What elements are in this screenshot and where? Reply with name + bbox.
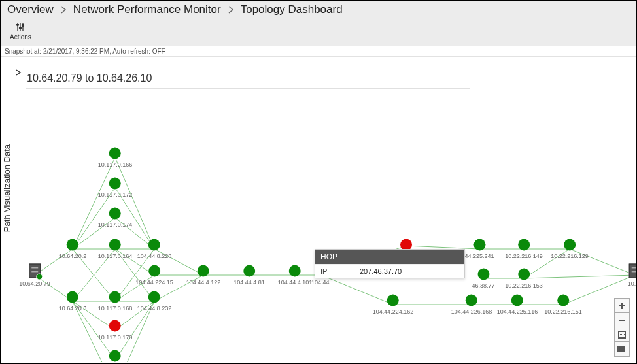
hop-label: 104.44.224.15 <box>135 279 173 286</box>
hop-node[interactable]: 104.44.225.116 <box>497 295 538 315</box>
list-view-button[interactable] <box>615 342 629 356</box>
hop-node[interactable]: 10.22.216.153 <box>505 269 543 289</box>
hop-label: 10.117.0.164 <box>98 253 133 259</box>
status-dot-icon <box>67 239 78 251</box>
status-dot-icon <box>109 320 121 332</box>
status-dot-icon <box>518 239 530 251</box>
sliders-icon <box>15 22 26 33</box>
status-dot-icon <box>289 265 301 277</box>
hop-label: 10.117.0.170 <box>98 334 133 340</box>
breadcrumb-item-topology[interactable]: Topology Dashboard <box>241 3 343 16</box>
snapshot-timestamp: 2/21/2017, 9:36:22 PM <box>43 48 109 55</box>
hop-label: 10.22.216.151 <box>544 308 582 315</box>
hop-label: 10.22.216.149 <box>505 253 543 259</box>
tooltip-value: 207.46.37.70 <box>360 267 402 275</box>
svg-point-3 <box>17 24 19 26</box>
hop-node[interactable]: 46.38.77 <box>472 269 494 289</box>
svg-point-4 <box>20 27 22 29</box>
snapshot-bar: Snapshot at: 2/21/2017, 9:36:22 PM, Auto… <box>1 46 636 57</box>
svg-point-59 <box>618 350 619 352</box>
hop-label: 104.44.8.228 <box>137 253 172 259</box>
status-dot-icon <box>557 295 569 306</box>
hop-label: 10.64.20.2 <box>59 253 87 259</box>
hop-label: 10.117.0.168 <box>98 305 133 312</box>
hop-node[interactable]: 10.22.216.151 <box>544 295 582 315</box>
tooltip-row-ip: IP 207.46.37.70 <box>315 264 464 278</box>
hop-node[interactable]: 104.44.4.81 <box>233 265 265 286</box>
hop-label: 10.117.0.172 <box>98 191 133 198</box>
status-dot-icon <box>109 178 121 190</box>
hop-label: 10.64.20.3 <box>59 305 87 312</box>
status-dot-icon <box>518 269 530 280</box>
hop-node[interactable]: 104.44.4.101 <box>278 265 313 286</box>
hop-node[interactable]: 10.117.0.168 <box>98 291 133 312</box>
svg-line-8 <box>73 157 115 249</box>
path-title: 10.64.20.79 to 10.64.26.10 <box>27 73 152 84</box>
hop-node[interactable]: 10.117.0.172 <box>98 178 133 198</box>
breadcrumb-item-overview[interactable]: Overview <box>7 3 54 16</box>
hop-label: 104.44.226.168 <box>451 308 492 315</box>
svg-point-5 <box>22 25 24 27</box>
hop-node[interactable]: 104.44.226.168 <box>451 295 492 315</box>
title-underline <box>26 88 470 89</box>
hop-label: 10.22.216.153 <box>505 282 543 289</box>
hop-node[interactable]: 44.225.241 <box>464 239 494 259</box>
autorefresh-value: OFF <box>152 48 165 55</box>
tooltip-key: IP <box>320 267 360 275</box>
chevron-right-icon <box>228 6 234 14</box>
topology-canvas[interactable]: 10.64.20.79 10.64 10.64.20.210.64.20.310… <box>14 92 635 362</box>
status-dot-icon <box>466 295 477 306</box>
hop-node[interactable]: 10.64.20.2 <box>59 239 87 259</box>
status-dot-icon <box>148 291 160 303</box>
status-dot-icon <box>198 265 209 277</box>
hop-label: 104.44.225.116 <box>497 308 538 315</box>
toolbar: Actions <box>1 19 636 46</box>
main-area: Path Visualization Data 10.64.20.79 to 1… <box>1 66 636 363</box>
actions-button[interactable]: Actions <box>10 22 31 41</box>
hop-label: 10.22.216.129 <box>551 253 589 259</box>
actions-label: Actions <box>10 33 31 41</box>
hop-label: 10.117.0.166 <box>98 161 133 168</box>
hop-label: 46.38.77 <box>472 282 494 289</box>
hop-node[interactable]: 10.117.0.164 <box>98 239 133 259</box>
hop-node[interactable]: 10.117.0.166 <box>98 148 133 168</box>
status-dot-icon <box>387 295 399 306</box>
hop-node[interactable]: 104.44.224.162 <box>373 295 414 315</box>
status-dot-icon <box>67 291 78 303</box>
zoom-out-button[interactable] <box>615 313 629 327</box>
hop-node[interactable]: 104.44.4.122 <box>186 265 221 286</box>
hop-node[interactable]: 10.117.0.176 <box>98 350 133 365</box>
status-dot-icon <box>109 148 121 159</box>
status-dot-icon <box>511 295 523 306</box>
zoom-in-button[interactable] <box>615 299 629 313</box>
breadcrumb: Overview Network Performance Monitor Top… <box>1 1 636 19</box>
hop-label: 10.117.0.174 <box>98 222 133 228</box>
hop-node[interactable]: 10.117.0.174 <box>98 208 133 228</box>
hop-node[interactable]: 10.22.216.129 <box>551 239 589 259</box>
hop-label: 44.225.241 <box>464 253 494 259</box>
hop-node[interactable]: 10.22.216.149 <box>505 239 543 259</box>
status-dot-icon <box>473 239 485 251</box>
hop-label: 104.44.4.81 <box>233 279 265 286</box>
hop-node[interactable]: 104.44.8.228 <box>137 239 172 259</box>
breadcrumb-item-npm[interactable]: Network Performance Monitor <box>73 3 221 16</box>
endpoint-source[interactable]: 10.64.20.79 <box>19 264 50 287</box>
hop-node[interactable]: 104.44.8.232 <box>137 291 172 312</box>
hop-node[interactable]: 10.117.0.170 <box>98 320 133 340</box>
snapshot-prefix: Snapshot at: <box>5 48 43 55</box>
endpoint-dest[interactable]: 10.64 <box>628 264 637 287</box>
side-panel-label: Path Visualization Data <box>2 144 12 232</box>
endpoint-source-label: 10.64.20.79 <box>19 280 50 287</box>
endpoint-dest-label: 10.64 <box>628 280 637 287</box>
hop-node[interactable]: 10.64.20.3 <box>59 291 87 312</box>
status-dot-icon <box>243 265 255 277</box>
hop-label: 104.44.224.162 <box>373 308 414 315</box>
hop-node[interactable]: 104.44.224.15 <box>135 265 173 286</box>
zoom-fit-button[interactable] <box>615 327 629 342</box>
svg-line-18 <box>115 157 154 249</box>
expand-panel-button[interactable] <box>15 69 22 78</box>
hop-label: 104.44.4.122 <box>186 279 221 286</box>
header-bar: Overview Network Performance Monitor Top… <box>1 1 636 46</box>
status-dot-icon <box>477 269 489 280</box>
hop-label: 104.44.4.101 <box>278 279 313 286</box>
